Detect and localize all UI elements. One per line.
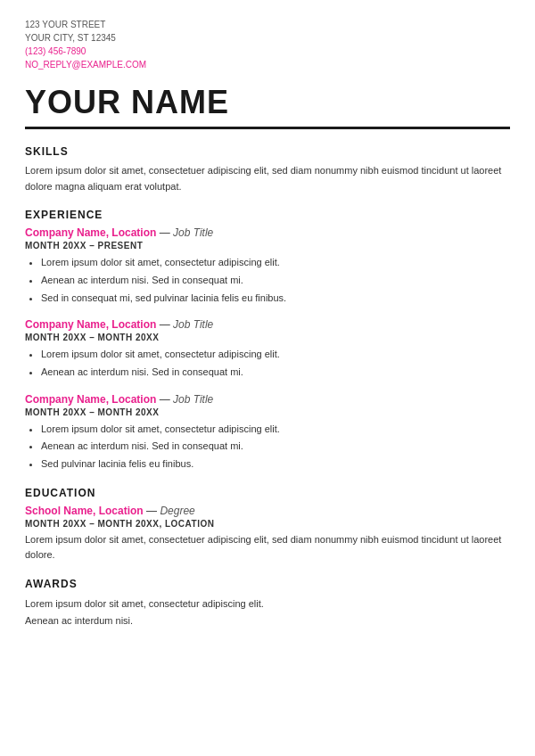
skills-body: Lorem ipsum dolor sit amet, consectetuer… <box>25 163 510 194</box>
education-section: EDUCATION School Name, Location — Degree… <box>25 487 510 563</box>
bullet-3-1: Lorem ipsum dolor sit amet, consectetur … <box>41 421 510 438</box>
company-name-2: Company Name, Location <box>25 318 156 331</box>
experience-entry-3: Company Name, Location — Job Title MONTH… <box>25 393 510 472</box>
degree-1: Degree <box>160 505 194 517</box>
school-title-1: School Name, Location — Degree <box>25 505 510 517</box>
awards-title: AWARDS <box>25 578 510 590</box>
date-range-3: MONTH 20XX – MONTH 20XX <box>25 407 510 417</box>
edu-description-1: Lorem ipsum dolor sit amet, consectetuer… <box>25 532 510 563</box>
job-title-2: Job Title <box>173 318 213 331</box>
company-name-3: Company Name, Location <box>25 393 156 406</box>
bullet-3-3: Sed pulvinar lacinia felis eu finibus. <box>41 456 510 472</box>
resume-page: 123 YOUR STREET YOUR CITY, ST 12345 (123… <box>0 0 535 756</box>
date-range-1: MONTH 20XX – PRESENT <box>25 241 510 251</box>
date-range-2: MONTH 20XX – MONTH 20XX <box>25 333 510 342</box>
separator-2: — <box>160 318 173 331</box>
experience-title: EXPERIENCE <box>25 209 510 221</box>
bullets-3: Lorem ipsum dolor sit amet, consectetur … <box>41 421 510 472</box>
bullet-2-1: Lorem ipsum dolor sit amet, consectetur … <box>41 346 510 363</box>
phone-number: (123) 456-7890 <box>25 45 510 58</box>
awards-line-1: Lorem ipsum dolor sit amet, consectetur … <box>25 596 510 612</box>
awards-line-2: Aenean ac interdum nisi. <box>25 612 510 629</box>
separator-1: — <box>160 226 173 239</box>
skills-title: SKILLS <box>25 145 510 158</box>
company-title-1: Company Name, Location — Job Title <box>25 226 510 239</box>
education-title: EDUCATION <box>25 487 510 499</box>
city-address: YOUR CITY, ST 12345 <box>25 31 510 45</box>
street-address: 123 YOUR STREET <box>25 18 510 31</box>
bullets-2: Lorem ipsum dolor sit amet, consectetur … <box>41 346 510 380</box>
bullet-2-2: Aenean ac interdum nisi. Sed in consequa… <box>41 364 510 381</box>
bullet-3-2: Aenean ac interdum nisi. Sed in consequa… <box>41 438 510 455</box>
experience-entry-1: Company Name, Location — Job Title MONTH… <box>25 226 510 306</box>
separator-3: — <box>160 393 173 406</box>
experience-section: EXPERIENCE Company Name, Location — Job … <box>25 209 510 472</box>
bullet-1-2: Aenean ac interdum nisi. Sed in consequa… <box>41 272 510 289</box>
bullets-1: Lorem ipsum dolor sit amet, consectetur … <box>41 254 510 306</box>
bullet-1-3: Sed in consequat mi, sed pulvinar lacini… <box>41 290 510 307</box>
bullet-1-1: Lorem ipsum dolor sit amet, consectetur … <box>41 254 510 271</box>
job-title-1: Job Title <box>173 226 213 239</box>
company-name-1: Company Name, Location <box>25 226 156 239</box>
edu-separator-1: — <box>146 505 160 517</box>
job-title-3: Job Title <box>173 393 213 406</box>
experience-entry-2: Company Name, Location — Job Title MONTH… <box>25 318 510 380</box>
awards-section: AWARDS Lorem ipsum dolor sit amet, conse… <box>25 578 510 629</box>
contact-section: 123 YOUR STREET YOUR CITY, ST 12345 (123… <box>25 18 510 71</box>
skills-section: SKILLS Lorem ipsum dolor sit amet, conse… <box>25 145 510 194</box>
name-section: YOUR NAME <box>25 84 510 129</box>
school-name-1: School Name, Location <box>25 505 144 517</box>
company-title-3: Company Name, Location — Job Title <box>25 393 510 406</box>
edu-date-range-1: MONTH 20XX – MONTH 20XX, LOCATION <box>25 519 510 529</box>
email-address: NO_REPLY@EXAMPLE.COM <box>25 58 510 71</box>
full-name: YOUR NAME <box>25 84 510 121</box>
company-title-2: Company Name, Location — Job Title <box>25 318 510 331</box>
education-entry-1: School Name, Location — Degree MONTH 20X… <box>25 505 510 563</box>
